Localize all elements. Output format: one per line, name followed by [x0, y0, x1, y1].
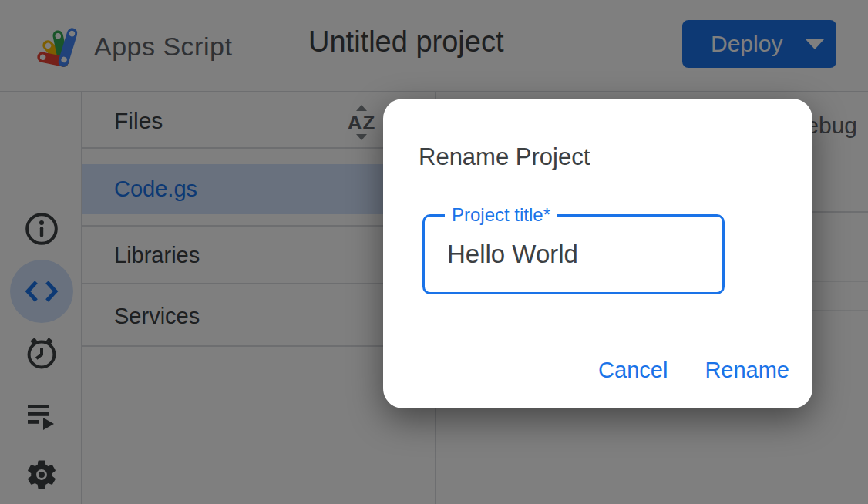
- rename-button[interactable]: Rename: [705, 358, 789, 383]
- project-title-field: Project title*: [422, 214, 725, 294]
- cancel-button[interactable]: Cancel: [598, 358, 668, 383]
- dialog-title: Rename Project: [419, 143, 590, 171]
- rename-project-dialog: Rename Project Project title* Cancel Ren…: [383, 99, 812, 408]
- project-title-input[interactable]: [425, 217, 722, 292]
- apps-script-window: Apps Script Untitled project Deploy: [0, 0, 868, 504]
- dialog-actions: Cancel Rename: [598, 353, 789, 387]
